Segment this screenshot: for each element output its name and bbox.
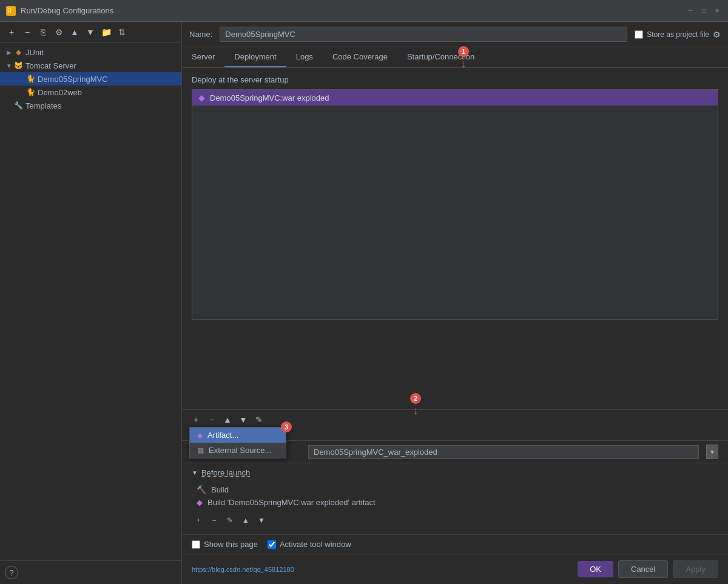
tab-code-coverage[interactable]: Code Coverage: [323, 47, 397, 67]
build-artifact-label: Build 'Demo05SpringMVC:war exploded' art…: [207, 498, 376, 507]
bl-remove-button[interactable]: −: [207, 514, 221, 527]
title-bar: R Run/Debug Configurations ─ □ ✕: [0, 0, 728, 22]
maximize-button[interactable]: □: [699, 6, 709, 16]
bl-add-button[interactable]: +: [192, 514, 205, 527]
before-launch-item-build-artifact[interactable]: ◆ Build 'Demo05SpringMVC:war exploded' a…: [192, 496, 718, 509]
sidebar-item-demo02web[interactable]: 🐈 Demo02web: [0, 86, 181, 99]
sidebar-item-templates[interactable]: 🔧 Templates: [0, 99, 181, 112]
svg-text:R: R: [7, 8, 12, 15]
bottom-link[interactable]: https://blog.csdn.net/qq_45812180: [192, 566, 294, 573]
help-button[interactable]: ?: [5, 566, 18, 579]
sidebar-tree: ▶ ◆ JUnit ▼ 🐱 Tomcat Server 🐈 Demo05Spri…: [0, 43, 181, 560]
build-label: Build: [211, 485, 229, 494]
title-bar-left: R Run/Debug Configurations: [6, 6, 113, 16]
deploy-move-down-button[interactable]: ▼: [237, 413, 250, 426]
folder-config-button[interactable]: 📁: [99, 25, 113, 39]
minimize-button[interactable]: ─: [686, 6, 695, 16]
store-settings-icon[interactable]: ⚙: [713, 30, 721, 39]
tab-server[interactable]: Server: [182, 47, 224, 67]
sidebar-item-junit[interactable]: ▶ ◆ JUnit: [0, 45, 181, 59]
add-config-button[interactable]: +: [5, 25, 18, 39]
context-input[interactable]: [308, 445, 699, 459]
templates-label: Templates: [25, 101, 61, 110]
deploy-item-icon: ◆: [198, 93, 205, 102]
store-project-file-label: Store as project file: [647, 30, 709, 39]
dropdown-external-source-item[interactable]: ▦ External Source...: [190, 443, 286, 458]
before-launch-toolbar: + − ✎ ▲ ▼: [192, 511, 718, 529]
bottom-bar: https://blog.csdn.net/qq_45812180 OK Can…: [182, 554, 728, 584]
main-panel: Deploy at the server startup ◆ Demo05Spr…: [182, 68, 728, 554]
deploy-move-up-button[interactable]: ▲: [221, 413, 234, 426]
close-button[interactable]: ✕: [712, 6, 722, 16]
window-title: Run/Debug Configurations: [21, 6, 113, 15]
demo05-icon: 🐈: [25, 74, 35, 84]
ok-button[interactable]: OK: [578, 561, 613, 577]
bl-move-up-button[interactable]: ▲: [239, 514, 252, 527]
move-up-config-button[interactable]: ▲: [68, 25, 81, 39]
sidebar-help: ?: [0, 560, 181, 584]
main-layout: + − ⎘ ⚙ ▲ ▼ 📁 ⇅ ▶ ◆ JUnit ▼ 🐱 Tomcat Ser…: [0, 22, 728, 584]
before-launch-list: 🔨 Build ◆ Build 'Demo05SpringMVC:war exp…: [192, 481, 718, 511]
content-area: Name: Store as project file ⚙ 1 ↓ Server…: [182, 22, 728, 584]
deploy-dropdown-menu: 3 ◆ Artifact... ▦ External Source...: [189, 427, 286, 458]
activate-tool-window-container: Activate tool window: [268, 540, 351, 549]
before-launch-item-build[interactable]: 🔨 Build: [192, 483, 718, 496]
name-input[interactable]: [220, 27, 627, 42]
junit-label: JUnit: [25, 48, 44, 57]
deploy-item-label: Demo05SpringMVC:war exploded: [210, 93, 329, 102]
cancel-button[interactable]: Cancel: [618, 560, 668, 578]
show-page-label: Show this page: [204, 540, 258, 549]
deploy-dropdown-popup: 3 ◆ Artifact... ▦ External Source...: [189, 427, 286, 458]
tomcat-expand-arrow: ▼: [5, 62, 13, 69]
tomcat-icon: 🐱: [13, 61, 23, 70]
sidebar-item-tomcat-server[interactable]: ▼ 🐱 Tomcat Server: [0, 59, 181, 72]
sort-config-button[interactable]: ⇅: [115, 25, 129, 39]
external-source-label: External Source...: [209, 446, 271, 455]
name-bar: Name: Store as project file ⚙: [182, 22, 728, 47]
deploy-item[interactable]: ◆ Demo05SpringMVC:war exploded: [192, 90, 718, 106]
demo02-label: Demo02web: [38, 88, 82, 97]
sidebar: + − ⎘ ⚙ ▲ ▼ 📁 ⇅ ▶ ◆ JUnit ▼ 🐱 Tomcat Ser…: [0, 22, 182, 584]
templates-icon: 🔧: [13, 101, 23, 110]
external-source-icon: ▦: [197, 446, 204, 455]
sidebar-item-demo05springmvc[interactable]: 🐈 Demo05SpringMVC: [0, 72, 181, 86]
demo05-label: Demo05SpringMVC: [38, 75, 108, 84]
remove-config-button[interactable]: −: [21, 25, 34, 39]
show-page-container: Show this page: [192, 540, 258, 549]
build-icon: 🔨: [197, 485, 206, 494]
context-dropdown-button[interactable]: ▼: [706, 445, 718, 459]
store-project-file-container: Store as project file ⚙: [635, 30, 721, 39]
settings-config-button[interactable]: ⚙: [52, 25, 66, 39]
deploy-list: ◆ Demo05SpringMVC:war exploded: [192, 89, 718, 320]
deploy-add-button[interactable]: +: [189, 413, 203, 426]
title-bar-controls: ─ □ ✕: [686, 6, 722, 16]
dropdown-artifact-item[interactable]: ◆ Artifact...: [190, 428, 286, 443]
deploy-edit-button[interactable]: ✎: [252, 413, 266, 426]
tomcat-label: Tomcat Server: [25, 61, 76, 70]
name-label: Name:: [189, 30, 212, 39]
app-icon: R: [6, 6, 16, 16]
junit-icon: ◆: [13, 47, 23, 57]
before-launch-collapse-icon: ▼: [192, 469, 198, 476]
move-down-config-button[interactable]: ▼: [84, 25, 97, 39]
bl-edit-button[interactable]: ✎: [223, 514, 237, 527]
tab-deployment[interactable]: Deployment: [224, 47, 286, 67]
tab-startup-connection[interactable]: Startup/Connection: [397, 47, 484, 67]
tab-logs[interactable]: Logs: [286, 47, 323, 67]
junit-expand-arrow: ▶: [5, 49, 13, 56]
store-project-file-checkbox[interactable]: [635, 30, 643, 39]
step3-badge: 3: [281, 421, 292, 432]
before-launch-section: ▼ Before launch 🔨 Build ◆ Build 'Demo05S…: [182, 463, 728, 534]
copy-config-button[interactable]: ⎘: [36, 25, 50, 39]
tabs-bar: 1 ↓ Server Deployment Logs Code Coverage…: [182, 47, 728, 68]
apply-button[interactable]: Apply: [673, 560, 718, 578]
artifact-icon: ◆: [197, 431, 203, 440]
deploy-remove-button[interactable]: −: [205, 413, 218, 426]
bl-move-down-button[interactable]: ▼: [255, 514, 268, 527]
deploy-label: Deploy at the server startup: [192, 75, 718, 84]
build-artifact-icon: ◆: [197, 498, 203, 507]
activate-tool-window-checkbox[interactable]: [268, 540, 276, 549]
deploy-toolbar: 2 ↓ + − ▲ ▼ ✎ 3 ◆ Artifact...: [182, 409, 728, 429]
show-page-checkbox[interactable]: [192, 540, 200, 549]
before-launch-header[interactable]: ▼ Before launch: [192, 468, 718, 477]
